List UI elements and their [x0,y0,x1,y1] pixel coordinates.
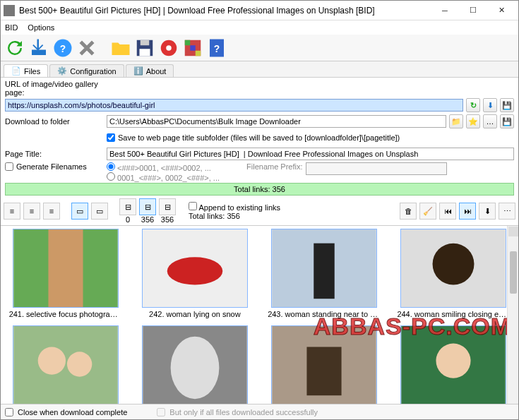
svg-rect-15 [48,229,83,307]
svg-point-26 [171,337,220,399]
page-title-label: Page Title: [5,150,104,158]
form-panel: URL of image/video gallery page: ↻ ⬇ 💾 D… [1,77,518,197]
folder-label: Download to folder [5,117,104,126]
grid-button[interactable] [181,37,204,59]
url-download-button[interactable]: ⬇ [483,98,497,112]
svg-rect-28 [307,347,342,395]
folder-star-button[interactable]: ⭐ [466,114,480,128]
svg-rect-19 [314,244,334,299]
url-save-button[interactable]: 💾 [500,98,514,112]
download-button[interactable] [28,37,50,59]
count-total-icon[interactable]: ⊟ [159,198,176,215]
tab-row: 📄Files ⚙️Configuration ℹ️About [1,61,518,77]
svg-text:?: ? [60,44,66,54]
fname-pattern1-radio[interactable] [107,162,115,171]
scroll-up-icon[interactable] [508,227,518,236]
prefix-label: Filename Prefix: [246,162,302,171]
svg-rect-9 [185,40,191,45]
generate-filenames-checkbox[interactable] [5,162,13,171]
save-disk-button[interactable] [133,37,156,59]
thumbnail-item[interactable] [266,325,383,404]
svg-point-23 [37,347,65,374]
minimize-button[interactable]: ─ [431,2,459,19]
thumbnail-item[interactable]: 242. woman lying on snow [136,229,253,318]
close-on-complete-label: Close when download complete [18,408,127,416]
close-on-complete-checkbox[interactable] [5,408,13,416]
thumbnail-item[interactable] [395,325,513,404]
folder-save-button[interactable]: 💾 [500,114,514,128]
count-zero-icon[interactable]: ⊟ [119,198,136,215]
open-folder-button[interactable] [109,37,132,59]
tab-about[interactable]: ℹ️About [126,64,174,77]
tab-configuration[interactable]: ⚙️Configuration [49,64,124,77]
total-links-text: Total links: 356 [189,212,280,220]
prefix-input [306,162,447,175]
help2-button[interactable]: ? [205,37,228,59]
scrollbar[interactable] [507,226,518,404]
url-refresh-button[interactable]: ↻ [466,98,480,112]
svg-text:?: ? [214,44,220,54]
cancel-button[interactable] [76,37,98,59]
only-if-success-label: But only if all files downloaded success… [169,408,318,416]
main-toolbar: ? ? [1,35,518,61]
align-left-icon[interactable]: ≡ [4,203,20,220]
scroll-thumb[interactable] [510,251,517,294]
folder-browse-button[interactable]: … [483,114,497,128]
download-selected-button[interactable]: ⬇ [479,203,496,220]
svg-rect-4 [141,40,150,45]
svg-rect-10 [190,45,196,51]
footer: Close when download complete But only if… [1,404,518,419]
svg-point-17 [167,257,223,284]
close-button[interactable]: ✕ [487,2,515,19]
url-label: URL of image/video gallery page: [5,80,104,97]
align-center-icon[interactable]: ≡ [23,203,40,220]
info-icon: ℹ️ [133,66,143,76]
svg-rect-0 [32,49,46,55]
link-toolbar: ≡ ≡ ≡ ▭ ▭ ⊟0 ⊟356 ⊟356 Append to existin… [1,197,518,226]
thumbnail-item[interactable] [6,325,124,404]
app-icon [4,5,15,16]
tab-files[interactable]: 📄Files [4,64,48,77]
menubar: BID Options [1,20,518,35]
append-links-checkbox[interactable] [189,202,197,210]
prev-button[interactable]: ⏮ [439,203,456,220]
subfolder-label: Save to web page title subfolder (files … [118,133,400,142]
folder-open-button[interactable]: 📁 [449,114,463,128]
subfolder-checkbox[interactable] [107,133,115,142]
thumbnail-item[interactable]: 243. woman standing near to pole [266,229,383,318]
thumbnail-item[interactable] [136,325,253,404]
count-selected-icon[interactable]: ⊟ [139,198,156,215]
refresh-button[interactable] [4,37,26,59]
align-right-icon[interactable]: ≡ [43,203,60,220]
titlebar: Best 500+ Beautiful Girl Pictures [HD] |… [1,1,518,20]
svg-point-7 [166,45,172,51]
svg-rect-11 [196,50,201,56]
svg-point-30 [436,344,471,378]
thumbnail-grid: 241. selective focus photography of ... … [1,226,518,404]
more-button[interactable]: ⋯ [499,203,515,220]
window-title: Best 500+ Beautiful Girl Pictures [HD] |… [19,6,431,16]
next-button[interactable]: ⏭ [459,203,476,220]
gear-icon: ⚙️ [57,66,67,76]
menu-bid[interactable]: BID [5,23,18,32]
help-button[interactable]: ? [52,37,74,59]
clean-button[interactable]: 🧹 [419,203,436,220]
svg-point-21 [433,244,475,285]
url-input[interactable] [5,99,463,112]
folder-input[interactable] [107,115,446,128]
thumb-large-icon[interactable]: ▭ [91,203,108,220]
delete-button[interactable]: 🗑 [400,203,417,220]
settings-gear-button[interactable] [157,37,180,59]
thumb-small-icon[interactable]: ▭ [71,203,88,220]
generate-filenames-label: Generate Filenames [16,162,87,171]
files-icon: 📄 [11,66,21,76]
page-title-input[interactable] [107,148,514,160]
total-links-bar: Total links: 356 [5,183,514,196]
fname-pattern2-radio[interactable] [107,172,115,181]
maximize-button[interactable]: ☐ [459,2,487,19]
svg-rect-5 [140,49,150,56]
thumbnail-item[interactable]: 241. selective focus photography of ... [6,229,124,318]
thumbnail-item[interactable]: 244. woman smiling closing eyes whil... [395,229,513,318]
menu-options[interactable]: Options [28,23,54,32]
svg-rect-22 [13,326,117,404]
